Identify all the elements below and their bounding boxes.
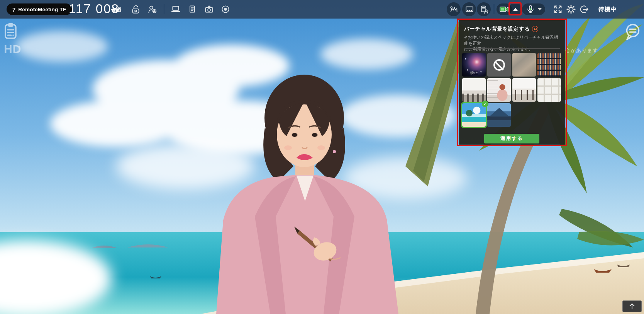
record-icon[interactable] — [220, 4, 230, 14]
settings-gear-icon[interactable] — [566, 4, 576, 14]
meeting-window: HD 合があります 7 RemoteMeeting TF 117 008 会議 — [0, 0, 644, 314]
status-badge: 待機中 — [598, 6, 617, 13]
video-camera-button[interactable] — [497, 3, 512, 15]
background-option-office[interactable] — [462, 78, 486, 102]
screen-share-icon[interactable] — [171, 4, 181, 14]
panel-note: ※お使いの端末スペックによりバーチャル背景機能を正常 にご利用頂けない場合があり… — [464, 34, 561, 53]
app-badge-number: 7 — [12, 6, 15, 13]
microphone-button[interactable] — [522, 3, 545, 15]
background-option-fuji[interactable] — [487, 103, 511, 127]
snapshot-camera-icon[interactable] — [204, 4, 214, 14]
panel-title: バーチャル背景を設定する — [464, 26, 530, 32]
hd-indicator: HD — [3, 22, 21, 56]
background-grid: 修正✓ — [462, 53, 561, 127]
toolbar-divider — [164, 4, 164, 14]
chevron-up-icon — [513, 8, 518, 11]
virtual-background-panel: バーチャル背景を設定する AI ※お使いの端末スペックによりバーチャル背景機能を… — [459, 20, 565, 145]
chevron-down-icon — [538, 8, 542, 10]
background-option-dining[interactable] — [512, 78, 536, 102]
selected-check-icon: ✓ — [482, 101, 488, 107]
background-option-beach[interactable]: ✓ — [462, 103, 486, 127]
app-logo-badge: 7 RemoteMeeting TF — [7, 3, 72, 15]
top-toolbar: 7 RemoteMeeting TF 117 008 会議 — [0, 0, 644, 19]
panel-divider — [464, 48, 560, 49]
background-option-bookshelf[interactable] — [537, 53, 561, 77]
background-option-none[interactable] — [487, 53, 511, 77]
no-background-icon — [493, 59, 505, 71]
ai-badge: AI — [532, 26, 538, 32]
fullscreen-icon[interactable] — [553, 4, 563, 14]
apply-button[interactable]: 適用する — [484, 134, 539, 143]
exit-icon[interactable] — [579, 4, 589, 14]
host-crown-icon[interactable] — [447, 2, 461, 16]
background-option-label: 修正 — [462, 70, 486, 75]
hd-label: HD — [4, 43, 21, 56]
camera-options-toggle[interactable] — [510, 4, 520, 15]
attendee-list-icon[interactable] — [477, 2, 491, 16]
unlock-icon[interactable] — [130, 4, 141, 14]
app-badge-name: RemoteMeeting TF — [18, 7, 66, 12]
background-option-room[interactable] — [487, 78, 511, 102]
stray-tooltip-text: 合があります — [565, 47, 598, 54]
chat-bubble-icon[interactable] — [624, 22, 642, 43]
clipboard-icon — [3, 22, 19, 40]
invite-participant-icon[interactable] — [147, 4, 157, 14]
background-option-blur[interactable] — [512, 53, 536, 77]
meeting-number-label: 会議 — [111, 6, 121, 13]
scroll-top-button[interactable] — [622, 300, 642, 312]
background-option-galaxy[interactable]: 修正 — [462, 53, 486, 77]
document-share-icon[interactable] — [187, 4, 197, 14]
background-option-windows[interactable] — [537, 78, 561, 102]
layout-icon[interactable] — [462, 2, 476, 16]
arrow-up-icon — [628, 302, 636, 311]
toolbar-divider — [494, 4, 494, 14]
